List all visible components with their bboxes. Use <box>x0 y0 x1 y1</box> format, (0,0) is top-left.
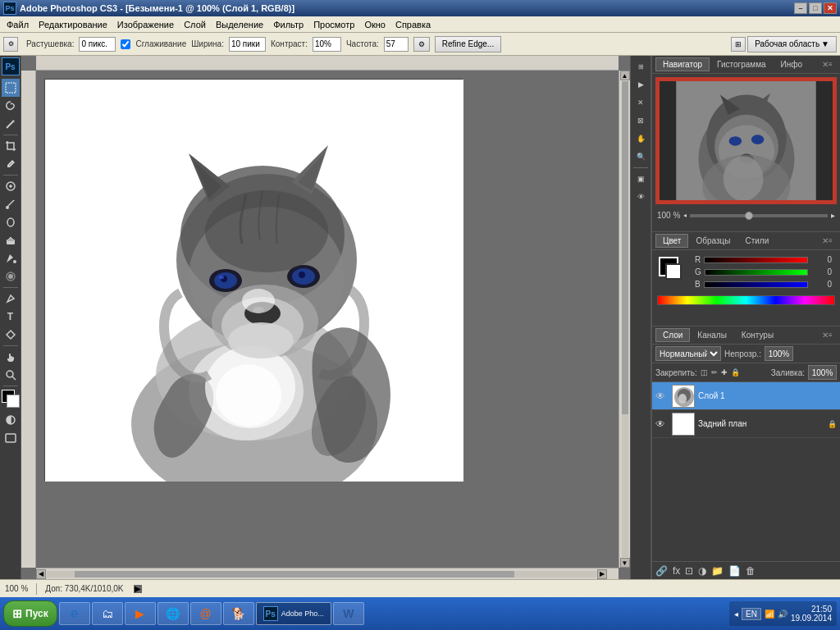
tool-magic-wand[interactable] <box>2 115 20 133</box>
layer-new-btn[interactable]: 📄 <box>728 565 741 577</box>
language-button[interactable]: EN <box>742 608 761 620</box>
feather-input[interactable] <box>79 37 116 52</box>
close-button[interactable]: ✕ <box>824 2 837 14</box>
tab-styles[interactable]: Стили <box>737 234 776 248</box>
scroll-up-button[interactable]: ▲ <box>620 71 630 80</box>
color-close[interactable]: ✕ <box>822 236 829 245</box>
layer-mask-btn[interactable]: ⊡ <box>685 565 693 577</box>
tab-channels[interactable]: Каналы <box>690 328 734 342</box>
lock-transparent-icon[interactable]: ◫ <box>701 368 708 377</box>
fill-input[interactable] <box>808 365 837 380</box>
taskbar-explorer[interactable]: 🗂 <box>92 602 123 625</box>
contrast-input[interactable] <box>313 37 341 52</box>
navigator-close[interactable]: ✕ <box>822 60 829 69</box>
zoom-out-icon[interactable]: ◂ <box>683 212 687 219</box>
zoom-handle[interactable] <box>745 212 753 220</box>
nav-rect-btn[interactable]: ▣ <box>632 170 650 188</box>
nav-arrow-btn[interactable]: ▶ <box>632 75 650 94</box>
menu-layer[interactable]: Слой <box>179 18 211 31</box>
scroll-right-status[interactable]: ▶ <box>134 585 142 593</box>
color-menu[interactable]: ≡ <box>829 237 837 244</box>
opacity-input[interactable] <box>765 346 793 361</box>
nav-hand-btn[interactable]: ✋ <box>632 130 650 148</box>
minimize-button[interactable]: – <box>794 2 807 14</box>
tool-options-icon[interactable]: ⚙ <box>3 37 18 52</box>
scroll-left-button[interactable]: ◀ <box>36 569 46 579</box>
lock-image-icon[interactable]: ✏ <box>711 368 718 377</box>
tab-swatches[interactable]: Образцы <box>688 234 737 248</box>
layer-delete-btn[interactable]: 🗑 <box>746 565 756 577</box>
tool-blur[interactable] <box>2 267 20 285</box>
color-fg-bg[interactable] <box>655 253 685 283</box>
tool-heal[interactable] <box>2 177 20 195</box>
tool-shape[interactable] <box>2 326 20 344</box>
options-settings-btn[interactable]: ⚙ <box>413 37 430 52</box>
layer-bg-visibility[interactable]: 👁 <box>655 418 669 430</box>
tool-eyedropper[interactable] <box>2 155 20 173</box>
tool-lasso[interactable] <box>2 97 20 115</box>
layers-close[interactable]: ✕ <box>822 331 829 340</box>
nav-pin-btn[interactable]: ✕ <box>632 94 650 112</box>
taskbar-word[interactable]: W <box>333 602 364 625</box>
menu-image[interactable]: Изображение <box>112 18 179 31</box>
tab-navigator[interactable]: Навигатор <box>655 57 710 71</box>
options-icon2[interactable]: ⊞ <box>731 37 746 52</box>
tool-hand[interactable] <box>2 348 20 366</box>
scroll-right-button[interactable]: ▶ <box>597 569 607 579</box>
green-slider[interactable] <box>705 269 808 276</box>
tool-clone[interactable] <box>2 213 20 231</box>
zoom-slider[interactable] <box>690 214 828 217</box>
blue-slider[interactable] <box>704 281 808 288</box>
frequency-input[interactable] <box>384 37 409 52</box>
layer-item-bg[interactable]: 👁 Задний план 🔒 <box>652 410 840 438</box>
tool-marquee[interactable] <box>2 79 20 97</box>
vertical-scrollbar[interactable]: ▲ ▼ <box>619 71 630 568</box>
menu-view[interactable]: Просмотр <box>308 18 359 31</box>
background-color[interactable] <box>665 263 682 280</box>
menu-filter[interactable]: Фильтр <box>268 18 308 31</box>
tool-quick-mask[interactable] <box>2 411 20 429</box>
layer-link-btn[interactable]: 🔗 <box>655 565 668 577</box>
maximize-button[interactable]: □ <box>809 2 822 14</box>
tool-pen[interactable] <box>2 290 20 308</box>
color-spectrum-bar[interactable] <box>657 295 835 305</box>
scroll-down-button[interactable]: ▼ <box>620 558 630 568</box>
nav-expand-btn[interactable]: ⊠ <box>632 112 650 130</box>
layer-group-btn[interactable]: 📁 <box>711 565 724 577</box>
menu-window[interactable]: Окно <box>359 18 390 31</box>
scroll-track-v[interactable] <box>622 81 628 557</box>
color-foreground[interactable] <box>2 390 20 408</box>
zoom-in-icon[interactable]: ▸ <box>831 211 835 220</box>
smooth-checkbox[interactable] <box>121 39 130 49</box>
start-button[interactable]: ⊞ Пуск <box>3 600 57 627</box>
tool-text[interactable]: T <box>2 308 20 326</box>
navigator-menu[interactable]: ≡ <box>829 61 837 68</box>
menu-help[interactable]: Справка <box>390 18 436 31</box>
scroll-thumb-v[interactable] <box>622 81 628 414</box>
width-input[interactable] <box>229 37 266 52</box>
nav-zoom-btn[interactable]: 🔍 <box>632 148 650 166</box>
tool-paint-bucket[interactable] <box>2 249 20 267</box>
lock-all-icon[interactable]: 🔒 <box>731 368 740 377</box>
taskbar-mail[interactable]: @ <box>190 602 221 625</box>
layers-menu[interactable]: ≡ <box>829 331 837 339</box>
tab-color[interactable]: Цвет <box>655 234 688 248</box>
layer-fx-btn[interactable]: fx <box>673 565 680 577</box>
tab-layers[interactable]: Слои <box>655 328 690 342</box>
blend-mode-select[interactable]: Нормальный <box>655 346 721 361</box>
tab-histogram[interactable]: Гистограмма <box>710 57 774 71</box>
menu-edit[interactable]: Редактирование <box>34 18 112 31</box>
scroll-thumb-h[interactable] <box>75 571 514 578</box>
scroll-track-h[interactable] <box>47 571 596 578</box>
tool-brush[interactable] <box>2 195 20 213</box>
nav-eye-btn[interactable]: 👁 <box>632 188 650 206</box>
tray-arrow-icon[interactable]: ◂ <box>734 609 738 619</box>
taskbar-image[interactable]: 🐕 <box>223 602 254 625</box>
tab-info[interactable]: Инфо <box>774 57 810 71</box>
workspace-button[interactable]: Рабочая область ▼ <box>747 36 837 52</box>
navigator-view-box[interactable] <box>657 79 835 203</box>
tool-eraser[interactable] <box>2 231 20 249</box>
lock-position-icon[interactable]: ✚ <box>721 368 728 377</box>
taskbar-ie[interactable]: e <box>59 602 90 625</box>
tab-contours[interactable]: Контуры <box>734 328 781 342</box>
